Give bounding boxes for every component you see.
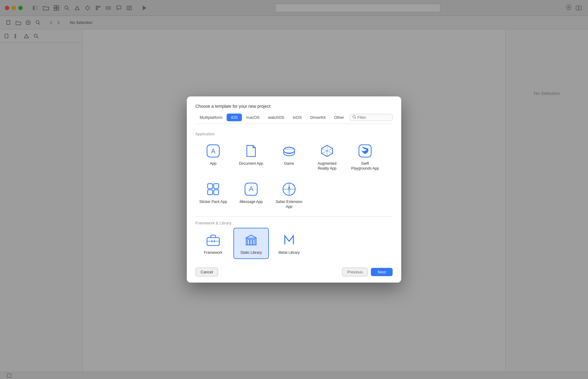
svg-rect-57 [214,190,219,195]
tab-driverkit[interactable]: DriverKit [306,114,330,121]
template-label-static-library: Static Library [240,250,262,255]
template-label-app: App [210,161,216,166]
metal-library-icon [281,232,297,248]
svg-rect-55 [214,184,219,189]
template-item-document-app[interactable]: Document App [233,139,269,174]
template-label-document: Document App [239,161,263,166]
app-icon: A [205,143,221,159]
framework-grid: Framework [195,228,393,261]
tab-ios[interactable]: iOS [227,114,242,121]
template-label-sticker: Sticker Pack App [199,200,227,205]
template-dialog: Choose a template for your new project: … [187,96,401,283]
section-divider [195,216,393,217]
filter-input-wrap[interactable] [350,114,393,121]
safari-icon [281,181,297,197]
template-label-game: Game [284,161,294,166]
template-label-ar: Augmented Reality App [312,161,342,171]
template-label-safari: Safari Extension App [274,200,304,209]
template-label-metal: Metal Library [278,250,300,255]
static-library-icon [243,232,259,248]
svg-rect-70 [253,239,255,245]
footer-right: Previous Next [342,268,393,276]
ar-icon [319,143,335,159]
filter-icon [352,115,356,120]
dialog-footer: Cancel Previous Next [195,266,393,276]
mac-window: ! [0,0,588,379]
tab-macos[interactable]: macOS [242,114,264,121]
next-button[interactable]: Next [371,268,393,276]
template-item-ar[interactable]: Augmented Reality App [309,139,345,174]
template-label-framework: Framework [204,250,222,255]
svg-text:A: A [249,185,254,193]
template-item-static-library[interactable]: Static Library [233,228,269,259]
svg-rect-54 [208,184,213,189]
template-label-swift: Swift Playgrounds App [350,161,380,171]
framework-icon [205,232,221,248]
cancel-button[interactable]: Cancel [195,268,218,276]
application-grid: A App Document App [195,139,393,215]
sticker-icon [205,181,221,197]
document-app-icon [243,143,259,159]
tab-other[interactable]: Other [330,114,349,121]
filter-input[interactable] [357,115,390,120]
tab-multiplatform[interactable]: Multiplatform [195,114,227,121]
template-item-framework[interactable]: Framework [195,228,231,259]
dialog-title: Choose a template for your new project: [195,104,393,109]
template-item-imessage[interactable]: A iMessage App [233,177,269,213]
imessage-icon: A [243,181,259,197]
section-framework-label: Framework & Library [195,218,393,228]
previous-button[interactable]: Previous [342,268,368,276]
template-item-app[interactable]: A App [195,139,231,174]
svg-rect-63 [207,238,219,246]
svg-rect-69 [250,239,252,245]
svg-text:A: A [211,147,216,155]
template-item-safari[interactable]: Safari Extension App [271,177,307,213]
template-item-metal[interactable]: Metal Library [271,228,307,259]
tab-tvos[interactable]: tvOS [288,114,306,121]
svg-point-42 [353,115,355,118]
template-label-imessage: iMessage App [239,200,262,205]
template-item-swift[interactable]: Swift Playgrounds App [347,139,383,174]
template-item-sticker[interactable]: Sticker Pack App [195,177,231,213]
game-icon [281,143,297,159]
svg-line-43 [355,118,356,118]
tab-watchos[interactable]: watchOS [264,114,288,121]
tabs-row: Multiplatform iOS macOS watchOS tvOS Dri… [195,114,393,124]
modal-overlay: Choose a template for your new project: … [0,0,588,379]
sections-container: Application A App [195,129,393,261]
template-item-game[interactable]: Game [271,139,307,174]
swift-playgrounds-icon [357,143,373,159]
section-application-label: Application [195,129,393,139]
svg-rect-56 [208,190,213,195]
svg-rect-68 [247,239,249,245]
